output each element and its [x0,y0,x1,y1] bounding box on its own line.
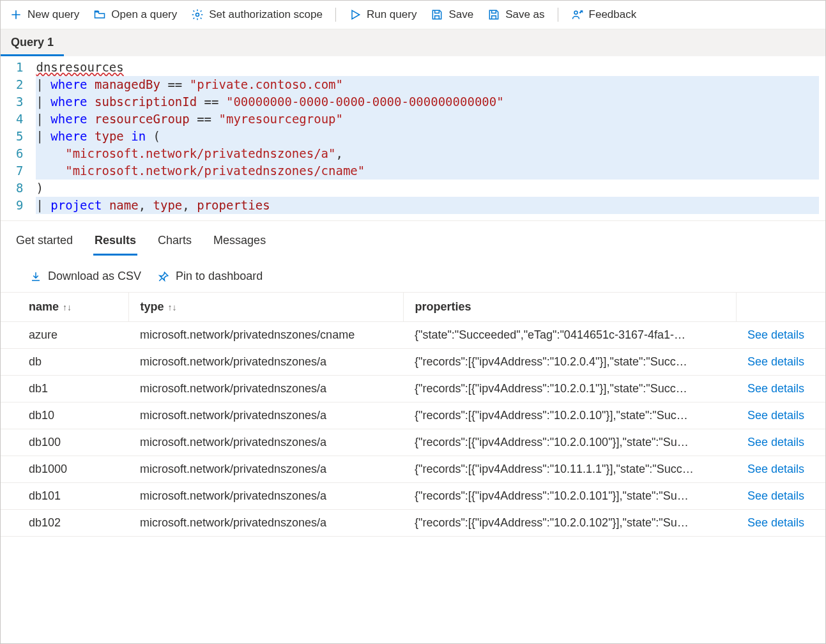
cell-properties: {"records":[{"ipv4Address":"10.2.0.4"}],… [403,349,736,376]
query-tab-1[interactable]: Query 1 [1,29,64,56]
save-icon [431,8,443,21]
query-editor[interactable]: 123456789 dnsresources | where managedBy… [1,56,825,221]
see-details-link[interactable]: See details [736,483,825,510]
download-csv-button[interactable]: Download as CSV [30,270,141,283]
code-string: "microsoft.network/privatednszones/cname… [65,164,365,178]
toolbar-separator [335,8,336,22]
column-header-details [736,293,825,322]
code-token: dnsresources [36,60,123,74]
tab-results[interactable]: Results [93,230,137,256]
cell-type: microsoft.network/privatednszones/a [128,376,403,402]
table-row[interactable]: azuremicrosoft.network/privatednszones/c… [1,322,825,349]
code-string: "00000000-0000-0000-0000-000000000000" [226,95,504,109]
column-header-name[interactable]: name↑↓ [1,293,128,322]
table-row[interactable]: db10microsoft.network/privatednszones/a{… [1,402,825,429]
auth-scope-label: Set authorization scope [209,8,323,21]
svg-point-0 [196,13,199,17]
cell-name: db1000 [1,456,128,483]
cell-properties: {"state":"Succeeded","eTag":"0414651c-31… [403,322,736,349]
cell-name: azure [1,322,128,349]
cell-name: db [1,349,128,376]
cell-name: db102 [1,510,128,537]
save-as-icon [487,8,500,21]
save-button[interactable]: Save [429,6,475,24]
code-area[interactable]: dnsresources | where managedBy == "priva… [32,56,825,220]
gear-icon [191,8,204,21]
cell-type: microsoft.network/privatednszones/a [128,456,403,483]
see-details-link[interactable]: See details [736,456,825,483]
see-details-link[interactable]: See details [736,429,825,456]
pin-dashboard-label: Pin to dashboard [176,270,263,283]
new-query-button[interactable]: New query [8,6,80,24]
see-details-link[interactable]: See details [736,322,825,349]
cell-properties: {"records":[{"ipv4Address":"10.2.0.10"}]… [403,402,736,429]
tab-get-started[interactable]: Get started [15,230,74,256]
cell-type: microsoft.network/privatednszones/cname [128,322,403,349]
cell-properties: {"records":[{"ipv4Address":"10.2.0.102"}… [403,510,736,537]
tab-messages[interactable]: Messages [212,230,267,256]
play-icon [349,8,362,21]
auth-scope-button[interactable]: Set authorization scope [190,6,324,24]
pin-icon [158,271,169,282]
cell-type: microsoft.network/privatednszones/a [128,402,403,429]
table-row[interactable]: dbmicrosoft.network/privatednszones/a{"r… [1,349,825,376]
tab-charts[interactable]: Charts [157,230,193,256]
cell-type: microsoft.network/privatednszones/a [128,483,403,510]
cell-name: db100 [1,429,128,456]
sort-icon: ↑↓ [63,302,72,312]
command-bar: New query Open a query Set authorization… [1,1,825,29]
cell-name: db101 [1,483,128,510]
see-details-link[interactable]: See details [736,510,825,537]
cell-type: microsoft.network/privatednszones/a [128,349,403,376]
open-query-label: Open a query [111,8,177,21]
see-details-link[interactable]: See details [736,349,825,376]
results-table: name↑↓ type↑↓ properties azuremicrosoft.… [1,292,825,537]
cell-properties: {"records":[{"ipv4Address":"10.2.0.101"}… [403,483,736,510]
plus-icon [10,8,22,21]
code-string: "private.contoso.com" [190,77,343,91]
results-action-bar: Download as CSV Pin to dashboard [1,256,825,292]
column-header-type[interactable]: type↑↓ [128,293,403,322]
cell-properties: {"records":[{"ipv4Address":"10.2.0.100"}… [403,429,736,456]
table-row[interactable]: db102microsoft.network/privatednszones/a… [1,510,825,537]
code-string: "myresourcegroup" [219,112,343,126]
download-icon [30,271,42,282]
feedback-label: Feedback [589,8,637,21]
cell-properties: {"records":[{"ipv4Address":"10.11.1.1"}]… [403,456,736,483]
cell-name: db1 [1,376,128,402]
new-query-label: New query [27,8,79,21]
query-tab-strip: Query 1 [1,29,825,56]
feedback-icon [571,8,584,21]
cell-type: microsoft.network/privatednszones/a [128,510,403,537]
toolbar-separator [558,8,558,22]
see-details-link[interactable]: See details [736,402,825,429]
table-row[interactable]: db101microsoft.network/privatednszones/a… [1,483,825,510]
column-header-properties[interactable]: properties [403,293,736,322]
table-row[interactable]: db1microsoft.network/privatednszones/a{"… [1,376,825,402]
save-as-label: Save as [505,8,544,21]
pin-dashboard-button[interactable]: Pin to dashboard [158,270,263,283]
run-query-label: Run query [367,8,417,21]
save-as-button[interactable]: Save as [486,6,546,24]
table-row[interactable]: db1000microsoft.network/privatednszones/… [1,456,825,483]
open-query-button[interactable]: Open a query [92,6,178,24]
sort-icon: ↑↓ [168,302,177,312]
cell-type: microsoft.network/privatednszones/a [128,429,403,456]
svg-point-1 [574,11,577,14]
feedback-button[interactable]: Feedback [570,6,638,24]
line-number-gutter: 123456789 [1,56,32,220]
save-label: Save [448,8,473,21]
table-row[interactable]: db100microsoft.network/privatednszones/a… [1,429,825,456]
see-details-link[interactable]: See details [736,376,825,402]
download-csv-label: Download as CSV [48,270,141,283]
results-tab-bar: Get started Results Charts Messages [1,221,825,256]
cell-name: db10 [1,402,128,429]
run-query-button[interactable]: Run query [348,6,418,24]
folder-open-icon [93,8,106,21]
cell-properties: {"records":[{"ipv4Address":"10.2.0.1"}],… [403,376,736,402]
code-string: "microsoft.network/privatednszones/a" [65,146,335,160]
